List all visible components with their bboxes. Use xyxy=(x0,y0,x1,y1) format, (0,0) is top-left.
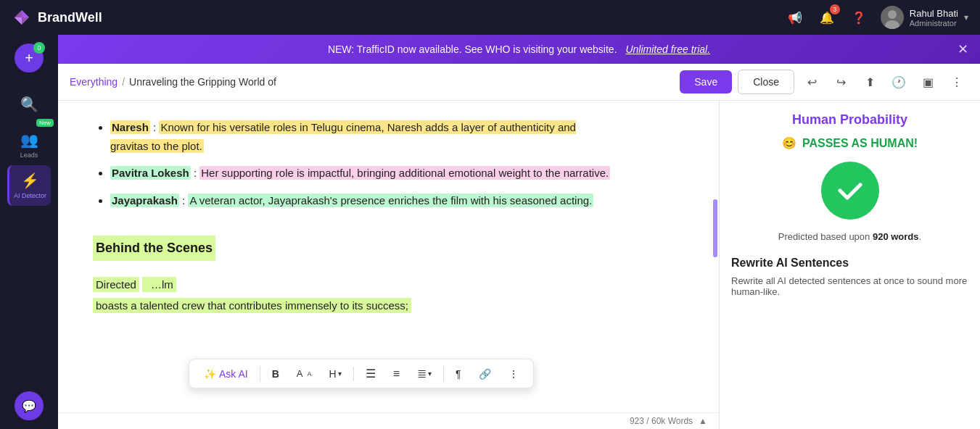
more-dot-icon: ⋮ xyxy=(508,368,519,380)
layout-button[interactable]: ▣ xyxy=(916,70,939,93)
predicted-word-count: 920 words xyxy=(873,231,919,242)
chat-button[interactable]: 💬 xyxy=(15,391,44,420)
section-heading: Behind the Scenes xyxy=(93,236,215,261)
ai-sparkle-icon: ✨ xyxy=(204,368,216,380)
heading-dropdown[interactable]: H ▾ xyxy=(324,365,347,383)
word-count-text: 923 / 60k Words xyxy=(630,416,693,426)
naresh-description: Known for his versatile roles in Telugu … xyxy=(110,120,576,153)
heading-label: H xyxy=(329,368,337,380)
bold-icon: B xyxy=(272,368,279,380)
unordered-list-button[interactable]: ≡ xyxy=(387,365,405,383)
predicted-label: Predicted based upon xyxy=(778,231,870,242)
announcement-icon: 📢 xyxy=(788,11,802,25)
directed-text: Directed xyxy=(93,277,139,292)
smiley-icon: 😊 xyxy=(782,136,796,150)
expand-icon[interactable]: ▲ xyxy=(699,416,707,426)
help-icon: ❓ xyxy=(852,11,866,25)
text-size-button[interactable]: A A xyxy=(291,365,318,382)
announcement-btn[interactable]: 📢 xyxy=(785,7,805,28)
passes-label: PASSES AS HUMAN! xyxy=(802,137,918,150)
ask-ai-button[interactable]: ✨ Ask AI xyxy=(198,365,254,383)
person-naresh: Naresh xyxy=(110,120,150,134)
link-button[interactable]: 🔗 xyxy=(473,365,497,383)
list-item: Jayaprakash : A veteran actor, Jayapraka… xyxy=(110,191,615,210)
sidebar-item-leads[interactable]: New 👥 Leads xyxy=(7,125,51,165)
toolbar-row: Everything / Unraveling the Gripping Wor… xyxy=(58,64,980,101)
list-item: Naresh : Known for his versatile roles i… xyxy=(110,118,615,155)
history-icon: 🕐 xyxy=(892,75,906,89)
film-text: …lm xyxy=(148,277,176,292)
history-button[interactable]: 🕐 xyxy=(887,70,910,93)
plus-icon: + xyxy=(25,50,33,67)
brandwell-logo-icon xyxy=(12,7,32,28)
checkmark-circle xyxy=(821,162,879,220)
word-count-bar: 923 / 60k Words ▲ xyxy=(58,412,719,429)
ft-divider-3 xyxy=(443,367,444,381)
person-pavitra: Pavitra Lokesh xyxy=(110,166,191,180)
passes-human-badge: 😊 PASSES AS HUMAN! xyxy=(731,136,968,150)
main-wrapper: NEW: TrafficID now available. See WHO is… xyxy=(58,35,980,429)
add-new-button[interactable]: + 0 xyxy=(15,43,44,72)
redo-button[interactable]: ↪ xyxy=(829,70,852,93)
align-button[interactable]: ☰ xyxy=(360,364,382,383)
rewrite-title: Rewrite AI Sentences xyxy=(731,257,968,270)
chat-icon: 💬 xyxy=(22,399,36,413)
export-icon: ⬆ xyxy=(865,75,875,89)
checkmark-icon xyxy=(834,175,866,207)
ask-ai-label: Ask AI xyxy=(219,368,248,380)
more-text-options[interactable]: ⋮ xyxy=(503,365,524,383)
top-nav: BrandWell 📢 🔔 3 ❓ Rahul Bhati Administra… xyxy=(0,0,980,35)
bullet-list: Naresh : Known for his versatile roles i… xyxy=(93,118,615,209)
notification-btn[interactable]: 🔔 3 xyxy=(817,7,837,28)
text-size-icon: A xyxy=(297,368,303,379)
heading-chevron-icon: ▾ xyxy=(338,370,342,378)
sidebar-ai-label: AI Detector xyxy=(14,192,46,199)
editor-panel[interactable]: Naresh : Known for his versatile roles i… xyxy=(58,101,719,429)
close-button[interactable]: Close xyxy=(738,70,794,94)
new-badge: New xyxy=(36,119,54,127)
boasts-text: boasts a talented crew that contributes … xyxy=(93,298,411,313)
banner-text: NEW: TrafficID now available. See WHO is… xyxy=(328,43,617,55)
jayaprakash-description: A veteran actor, Jayaprakash's presence … xyxy=(188,193,593,207)
scrollbar-handle[interactable] xyxy=(713,199,717,257)
floating-toolbar: ✨ Ask AI B A A H ▾ ☰ xyxy=(189,359,534,388)
editor-content: Naresh : Known for his versatile roles i… xyxy=(93,118,615,315)
ft-divider-2 xyxy=(353,367,354,381)
avatar xyxy=(881,6,904,29)
user-chevron-icon: ▾ xyxy=(964,12,968,22)
bold-button[interactable]: B xyxy=(266,365,285,383)
add-badge: 0 xyxy=(33,42,45,54)
right-panel: Human Probability 😊 PASSES AS HUMAN! Pre… xyxy=(719,101,980,429)
svg-point-1 xyxy=(888,10,897,19)
sidebar-item-ai-detector[interactable]: ⚡ AI Detector xyxy=(7,165,51,206)
more-options-button[interactable]: ⋮ xyxy=(945,70,968,93)
ordered-list-icon: ≣ xyxy=(417,367,427,380)
paragraph-button[interactable]: ¶ xyxy=(450,365,467,383)
help-btn[interactable]: ❓ xyxy=(849,7,869,28)
user-role: Administrator xyxy=(910,19,958,28)
sidebar-leads-label: Leads xyxy=(20,151,38,159)
breadcrumb-home-link[interactable]: Everything xyxy=(70,76,118,88)
brand-logo: BrandWell xyxy=(12,7,102,28)
user-menu[interactable]: Rahul Bhati Administrator ▾ xyxy=(881,6,968,29)
export-button[interactable]: ⬆ xyxy=(858,70,881,93)
left-sidebar: + 0 🔍 New 👥 Leads ⚡ AI Detector 💬 xyxy=(0,35,58,429)
align-icon: ☰ xyxy=(366,367,376,380)
list-dropdown[interactable]: ≣ ▾ xyxy=(411,364,437,383)
breadcrumb: Everything / Unraveling the Gripping Wor… xyxy=(70,76,276,88)
layout-icon: ▣ xyxy=(923,75,934,89)
list-item: Pavitra Lokesh : Her supporting role is … xyxy=(110,164,615,183)
undo-button[interactable]: ↩ xyxy=(800,70,823,93)
list-icon: ≡ xyxy=(393,367,400,380)
link-icon: 🔗 xyxy=(479,368,491,380)
ft-divider-1 xyxy=(260,367,260,381)
save-button[interactable]: Save xyxy=(680,70,732,93)
panel-title: Human Probability xyxy=(731,112,968,128)
predicted-text: Predicted based upon 920 words. xyxy=(731,231,968,242)
directed-paragraph: Directed …lm xyxy=(93,275,615,294)
ai-detector-icon: ⚡ xyxy=(21,172,39,189)
banner-close-btn[interactable]: ✕ xyxy=(958,41,968,57)
toolbar-actions: Save Close ↩ ↪ ⬆ 🕐 ▣ ⋮ xyxy=(680,70,968,94)
banner-link[interactable]: Unlimited free trial. xyxy=(625,43,710,55)
notification-badge: 3 xyxy=(830,4,840,14)
